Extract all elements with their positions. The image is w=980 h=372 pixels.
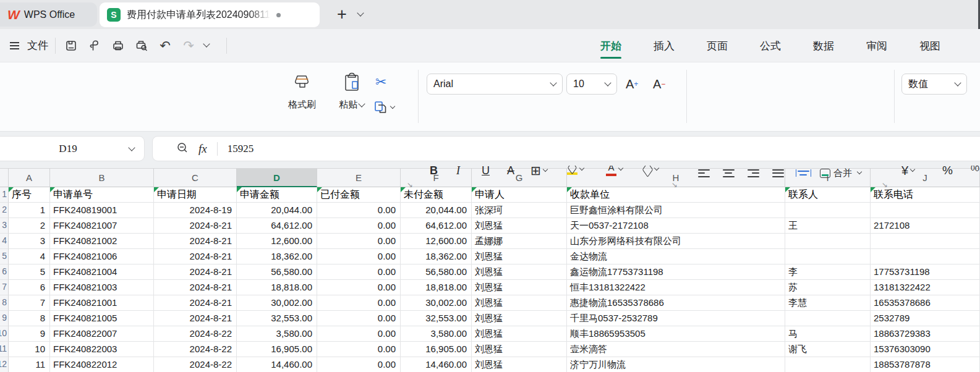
row-header-5[interactable]: 5 [0, 249, 9, 264]
cell-G12[interactable]: 刘恩猛 [472, 357, 567, 372]
cell-A1[interactable]: 序号 [9, 187, 50, 203]
row-header-10[interactable]: 10 [0, 326, 9, 342]
cell-F6[interactable]: 56,580.00 [401, 264, 472, 280]
cell-D3[interactable]: 64,612.00 [237, 218, 317, 234]
cell-H7[interactable]: 恒丰13181322422 [567, 280, 785, 295]
cell-C10[interactable]: 2024-8-22 [154, 326, 237, 342]
new-tab-button[interactable]: + [331, 3, 352, 25]
cell-J5[interactable] [871, 249, 980, 264]
cell-name-box[interactable]: D19 [0, 136, 145, 161]
cell-D10[interactable]: 3,580.00 [237, 326, 317, 342]
cell-D4[interactable]: 12,600.00 [237, 234, 317, 249]
cell-G8[interactable]: 刘恩猛 [472, 295, 567, 311]
distributed-alignment-button[interactable] [793, 164, 814, 182]
print-button[interactable] [108, 35, 129, 56]
row-header-9[interactable]: 9 [0, 311, 9, 326]
row-header-11[interactable]: 11 [0, 342, 9, 357]
cell-B7[interactable]: FFK240821003 [50, 280, 154, 295]
cell-A12[interactable]: 11 [9, 357, 50, 372]
cell-I9[interactable] [785, 311, 871, 326]
cell-J3[interactable]: 2172108 [871, 218, 980, 234]
cell-I12[interactable] [785, 357, 871, 372]
cell-H8[interactable]: 惠捷物流16535378686 [567, 295, 785, 311]
copy-button[interactable] [372, 98, 394, 117]
cell-I7[interactable]: 苏 [785, 280, 871, 295]
cell-A2[interactable]: 1 [9, 203, 50, 218]
file-menu[interactable]: 文件 [27, 38, 48, 53]
cell-E1[interactable]: 已付金额 [317, 187, 401, 203]
font-size-combobox[interactable]: 10 [566, 74, 617, 95]
tab-list-chevron-icon[interactable] [357, 9, 364, 16]
cell-B2[interactable]: FFK240819001 [50, 203, 154, 218]
select-all-corner[interactable] [0, 168, 9, 187]
cell-B10[interactable]: FFK240822007 [50, 326, 154, 342]
cell-E10[interactable]: 0.00 [317, 326, 401, 342]
column-header-E[interactable]: E [317, 168, 401, 187]
cell-D2[interactable]: 20,044.00 [237, 203, 317, 218]
cell-A6[interactable]: 5 [9, 264, 50, 280]
cell-D6[interactable]: 56,580.00 [237, 264, 317, 280]
cell-I2[interactable] [785, 203, 871, 218]
cell-H4[interactable]: 山东分形网络科技有限公司 [567, 234, 785, 249]
cell-J11[interactable]: 15376303090 [871, 342, 980, 357]
cell-H2[interactable]: 巨野鑫恒涂料有限公司 [567, 203, 785, 218]
cell-I1[interactable]: 联系人 [785, 187, 871, 203]
increase-font-size-button[interactable]: A+ [626, 75, 638, 93]
row-header-8[interactable]: 8 [0, 295, 9, 311]
ribbon-tab-页面[interactable]: 页面 [707, 39, 728, 53]
cell-J4[interactable] [871, 234, 980, 249]
cell-G11[interactable]: 刘恩猛 [472, 342, 567, 357]
cell-E9[interactable]: 0.00 [317, 311, 401, 326]
cell-A11[interactable]: 10 [9, 342, 50, 357]
cell-J1[interactable]: 联系电话 [871, 187, 980, 203]
cell-I5[interactable] [785, 249, 871, 264]
cell-A7[interactable]: 6 [9, 280, 50, 295]
row-header-6[interactable]: 6 [0, 264, 9, 280]
cut-button[interactable]: ✂ [375, 72, 386, 91]
column-header-D[interactable]: D [237, 168, 317, 187]
ribbon-tab-视图[interactable]: 视图 [919, 39, 940, 53]
app-brand[interactable]: W WPS Office [0, 2, 97, 27]
document-tab[interactable]: S 费用付款申请单列表2024090811 [100, 2, 320, 27]
cell-C11[interactable]: 2024-8-22 [154, 342, 237, 357]
cell-G9[interactable]: 刘恩猛 [472, 311, 567, 326]
cell-G6[interactable]: 刘恩猛 [472, 264, 567, 280]
cell-B3[interactable]: FFK240821007 [50, 218, 154, 234]
cell-I3[interactable]: 王 [785, 218, 871, 234]
zoom-out-icon[interactable] [176, 142, 189, 156]
align-left-button[interactable] [694, 164, 714, 182]
cell-F12[interactable]: 14,460.00 [401, 357, 472, 372]
cell-C3[interactable]: 2024-8-21 [154, 218, 237, 234]
cell-A3[interactable]: 2 [9, 218, 50, 234]
cell-J2[interactable] [871, 203, 980, 218]
formula-input[interactable]: fx 15925 [152, 136, 980, 161]
ribbon-tab-插入[interactable]: 插入 [654, 39, 675, 53]
cell-D11[interactable]: 16,905.00 [237, 342, 317, 357]
insert-function-icon[interactable]: fx [198, 142, 207, 156]
cell-G4[interactable]: 孟娜娜 [472, 234, 567, 249]
cell-C12[interactable]: 2024-8-22 [154, 357, 237, 372]
cell-D12[interactable]: 14,460.00 [237, 357, 317, 372]
ribbon-tab-数据[interactable]: 数据 [813, 39, 834, 53]
save-button[interactable] [61, 35, 82, 56]
cell-B5[interactable]: FFK240821006 [50, 249, 154, 264]
row-header-12[interactable]: 12 [0, 357, 9, 372]
ribbon-tab-公式[interactable]: 公式 [760, 39, 781, 53]
cell-B8[interactable]: FFK240821001 [50, 295, 154, 311]
cell-J8[interactable]: 16535378686 [871, 295, 980, 311]
cell-H12[interactable]: 济宁万川物流 [567, 357, 785, 372]
column-header-C[interactable]: C [154, 168, 237, 187]
format-painter-button[interactable]: 格式刷 [288, 72, 316, 111]
cell-J12[interactable]: 18853787878 [871, 357, 980, 372]
cell-B11[interactable]: FFK240822003 [50, 342, 154, 357]
cell-B4[interactable]: FFK240821002 [50, 234, 154, 249]
cell-E6[interactable]: 0.00 [317, 264, 401, 280]
cell-C6[interactable]: 2024-8-21 [154, 264, 237, 280]
row-header-4[interactable]: 4 [0, 234, 9, 249]
cell-F4[interactable]: 12,600.00 [401, 234, 472, 249]
cell-F9[interactable]: 32,553.00 [401, 311, 472, 326]
decrease-font-size-button[interactable]: A− [653, 75, 665, 93]
cell-G7[interactable]: 刘恩猛 [472, 280, 567, 295]
cell-H1[interactable]: 收款单位 [567, 187, 785, 203]
column-header-A[interactable]: A [9, 168, 50, 187]
